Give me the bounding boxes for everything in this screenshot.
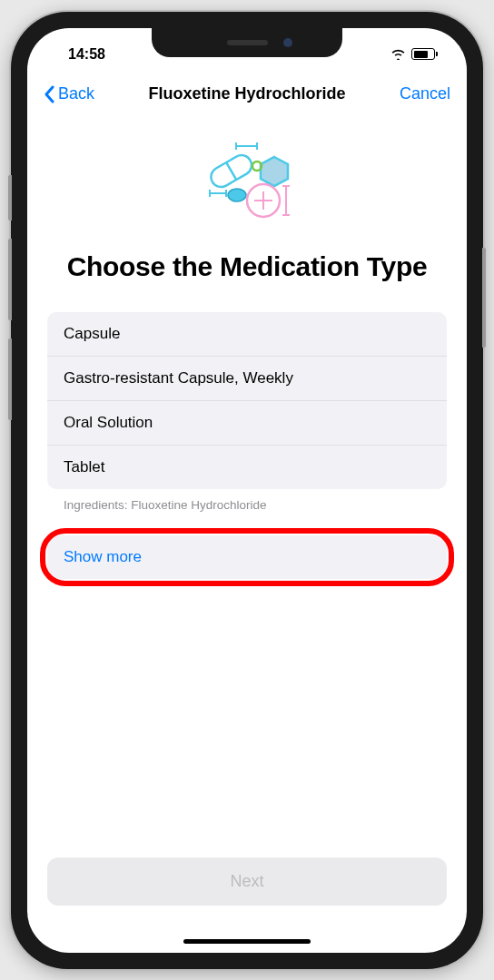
option-gastro-resistant[interactable]: Gastro-resistant Capsule, Weekly bbox=[47, 357, 447, 401]
medication-type-list: Capsule Gastro-resistant Capsule, Weekly… bbox=[47, 312, 447, 489]
content: Choose the Medication Type Capsule Gastr… bbox=[27, 139, 467, 580]
medication-shapes-illustration bbox=[47, 139, 447, 222]
status-icons bbox=[390, 48, 435, 60]
volume-down-button bbox=[8, 338, 12, 420]
battery-icon bbox=[411, 48, 435, 60]
back-button[interactable]: Back bbox=[44, 84, 94, 103]
svg-line-1 bbox=[226, 162, 236, 180]
status-time: 14:58 bbox=[68, 46, 105, 63]
front-camera bbox=[283, 38, 292, 47]
chevron-left-icon bbox=[44, 85, 54, 103]
nav-bar: Back Fluoxetine Hydrochloride Cancel bbox=[27, 72, 467, 117]
ingredients-label: Ingredients: Fluoxetine Hydrochloride bbox=[47, 489, 447, 512]
power-button bbox=[482, 248, 486, 348]
svg-marker-5 bbox=[261, 157, 288, 186]
page-title: Choose the Medication Type bbox=[47, 250, 447, 284]
cancel-button[interactable]: Cancel bbox=[400, 84, 450, 103]
show-more-button[interactable]: Show more bbox=[47, 535, 447, 579]
notch bbox=[152, 28, 342, 57]
svg-point-7 bbox=[228, 189, 246, 201]
show-more-container: Show more bbox=[47, 535, 447, 579]
screen: 14:58 Back Fluoxetine Hydrochloride Canc… bbox=[27, 28, 467, 953]
battery-fill bbox=[414, 51, 429, 58]
option-capsule[interactable]: Capsule bbox=[47, 312, 447, 357]
nav-title: Fluoxetine Hydrochloride bbox=[148, 84, 345, 103]
wifi-icon bbox=[390, 48, 406, 60]
device-frame: 14:58 Back Fluoxetine Hydrochloride Canc… bbox=[11, 12, 483, 969]
option-tablet[interactable]: Tablet bbox=[47, 446, 447, 489]
back-label: Back bbox=[58, 84, 94, 103]
speaker bbox=[227, 40, 268, 45]
option-oral-solution[interactable]: Oral Solution bbox=[47, 401, 447, 446]
next-button[interactable]: Next bbox=[47, 858, 447, 906]
home-indicator[interactable] bbox=[183, 939, 311, 944]
